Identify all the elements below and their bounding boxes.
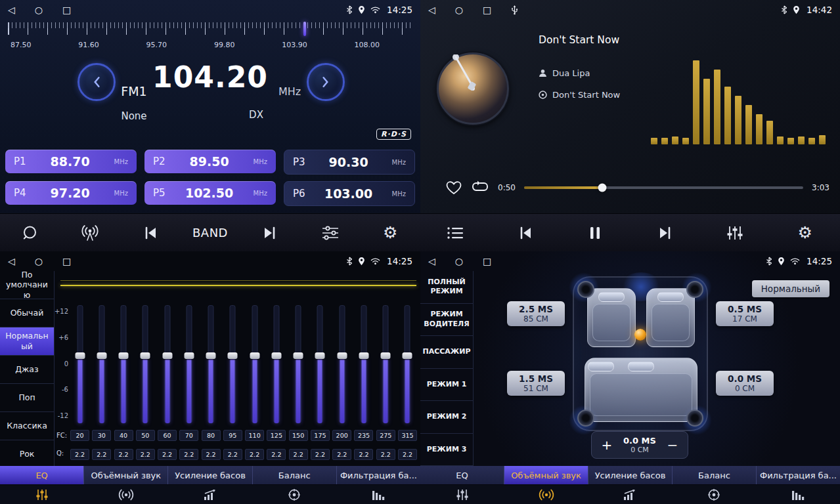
- delay-front-left-button[interactable]: 2.5 MS 85 CM: [507, 301, 565, 326]
- eq-preset-item[interactable]: Обычай: [0, 299, 54, 327]
- preset-button-p6[interactable]: P6103.00MHz: [284, 181, 415, 206]
- slider-knob[interactable]: [381, 352, 391, 359]
- slider-knob[interactable]: [294, 352, 303, 359]
- seek-down-button[interactable]: [133, 219, 168, 247]
- slider-knob[interactable]: [359, 352, 368, 359]
- recents-button[interactable]: □: [483, 256, 491, 266]
- slider-knob[interactable]: [75, 352, 85, 359]
- slider-knob[interactable]: [162, 352, 172, 359]
- audio-tab-3[interactable]: Усиление басов: [168, 466, 252, 484]
- back-button[interactable]: ◁: [8, 5, 15, 15]
- eq-band-slider[interactable]: [359, 305, 369, 423]
- audio-tab-2[interactable]: Объёмный звук: [84, 466, 168, 484]
- pause-button[interactable]: [577, 219, 613, 247]
- slider-knob[interactable]: [141, 352, 150, 359]
- sound-field-mode-item[interactable]: ПОЛНЫЙ РЕЖИМ: [420, 271, 473, 304]
- slider-knob[interactable]: [315, 352, 325, 359]
- sound-field-mode-item[interactable]: РЕЖИМ 3: [420, 434, 473, 467]
- sound-field-mode-item[interactable]: ПАССАЖИР: [420, 336, 473, 369]
- eq-sliders-icon[interactable]: [0, 485, 84, 504]
- preset-button-p1[interactable]: P188.70MHz: [5, 150, 137, 173]
- eq-band-slider[interactable]: [380, 305, 391, 423]
- progress-knob[interactable]: [598, 184, 606, 192]
- recents-button[interactable]: □: [62, 256, 71, 266]
- delay-rear-right-button[interactable]: 0.0 MS 0 CM: [716, 371, 774, 396]
- eq-band-slider[interactable]: [206, 305, 216, 423]
- delay-rear-left-button[interactable]: 1.5 MS 51 CM: [507, 371, 565, 396]
- eq-band-slider[interactable]: [227, 305, 238, 423]
- progress-bar[interactable]: [524, 186, 803, 189]
- listening-position-marker[interactable]: [634, 329, 646, 341]
- preset-button-p4[interactable]: P497.20MHz: [5, 181, 137, 205]
- surround-sound-icon[interactable]: [504, 485, 588, 504]
- eq-band-slider[interactable]: [118, 305, 129, 423]
- recents-button[interactable]: □: [62, 5, 71, 15]
- scan-button[interactable]: [12, 219, 48, 247]
- eq-band-slider[interactable]: [75, 305, 85, 423]
- slider-knob[interactable]: [250, 352, 259, 359]
- eq-band-slider[interactable]: [140, 305, 150, 423]
- eq-band-slider[interactable]: [337, 305, 347, 423]
- audio-tab-5[interactable]: Фильтрация ба...: [337, 466, 420, 484]
- seek-up-button[interactable]: [252, 219, 288, 247]
- slider-knob[interactable]: [119, 352, 129, 359]
- audio-tab-2[interactable]: Объёмный звук: [504, 466, 588, 484]
- audio-tab-1[interactable]: EQ: [420, 466, 504, 484]
- eq-preset-item[interactable]: Поп: [0, 384, 54, 412]
- sound-field-mode-item[interactable]: РЕЖИМ ВОДИТЕЛЯ: [420, 304, 473, 337]
- eq-band-slider[interactable]: [184, 305, 194, 423]
- eq-preset-item[interactable]: Нормальный: [0, 327, 54, 356]
- audio-tab-4[interactable]: Баланс: [253, 466, 337, 484]
- back-button[interactable]: ◁: [8, 256, 15, 266]
- delay-front-right-button[interactable]: 0.5 MS 17 CM: [716, 301, 774, 326]
- settings-button[interactable]: ⚙: [372, 219, 408, 247]
- balance-icon[interactable]: [672, 485, 756, 504]
- eq-band-slider[interactable]: [162, 305, 173, 423]
- home-button[interactable]: ○: [35, 5, 43, 15]
- eq-band-slider[interactable]: [293, 305, 303, 423]
- home-button[interactable]: ○: [35, 256, 43, 266]
- eq-band-slider[interactable]: [271, 305, 282, 423]
- eq-band-slider[interactable]: [97, 305, 107, 423]
- slider-knob[interactable]: [184, 352, 194, 359]
- eq-preset-item[interactable]: Рок: [0, 440, 54, 469]
- favorite-icon[interactable]: [445, 180, 462, 196]
- balance-icon[interactable]: [252, 485, 336, 504]
- eq-sliders-icon[interactable]: [420, 485, 504, 504]
- audio-tab-3[interactable]: Усиление басов: [588, 466, 673, 484]
- playlist-button[interactable]: [437, 219, 473, 247]
- sound-field-mode-item[interactable]: РЕЖИМ 1: [420, 369, 473, 402]
- audio-tab-4[interactable]: Баланс: [673, 466, 757, 484]
- preset-button-p3[interactable]: P390.30MHz: [284, 150, 415, 175]
- slider-knob[interactable]: [206, 352, 216, 359]
- eq-preset-item[interactable]: По умолчанию: [0, 271, 54, 299]
- decrease-delay-button[interactable]: −: [664, 438, 681, 452]
- slider-knob[interactable]: [403, 352, 412, 359]
- previous-track-button[interactable]: [508, 219, 543, 247]
- band-button[interactable]: BAND: [192, 219, 228, 247]
- repeat-icon[interactable]: [471, 180, 489, 195]
- sound-field-mode-item[interactable]: РЕЖИМ 2: [420, 401, 473, 434]
- eq-band-slider[interactable]: [315, 305, 325, 423]
- eq-preset-item[interactable]: Классика: [0, 412, 54, 440]
- slider-knob[interactable]: [337, 352, 347, 359]
- slider-knob[interactable]: [228, 352, 238, 359]
- increase-delay-button[interactable]: +: [598, 438, 615, 452]
- back-button[interactable]: ◁: [428, 5, 435, 15]
- audio-settings-button[interactable]: [717, 219, 753, 247]
- tune-up-button[interactable]: [307, 63, 345, 101]
- frequency-pointer[interactable]: [303, 22, 306, 36]
- slider-knob[interactable]: [97, 352, 106, 359]
- filter-icon[interactable]: [336, 485, 420, 504]
- back-button[interactable]: ◁: [428, 256, 435, 266]
- home-button[interactable]: ○: [455, 5, 463, 15]
- audio-tab-5[interactable]: Фильтрация ба...: [757, 466, 840, 484]
- eq-band-slider[interactable]: [250, 305, 260, 423]
- filter-icon[interactable]: [756, 485, 840, 504]
- preset-button-p5[interactable]: P5102.50MHz: [144, 181, 276, 205]
- audio-tab-1[interactable]: EQ: [0, 466, 84, 484]
- bass-boost-icon[interactable]: [168, 485, 252, 504]
- next-track-button[interactable]: [648, 219, 683, 247]
- bass-boost-icon[interactable]: [588, 485, 673, 504]
- surround-sound-icon[interactable]: [84, 485, 168, 504]
